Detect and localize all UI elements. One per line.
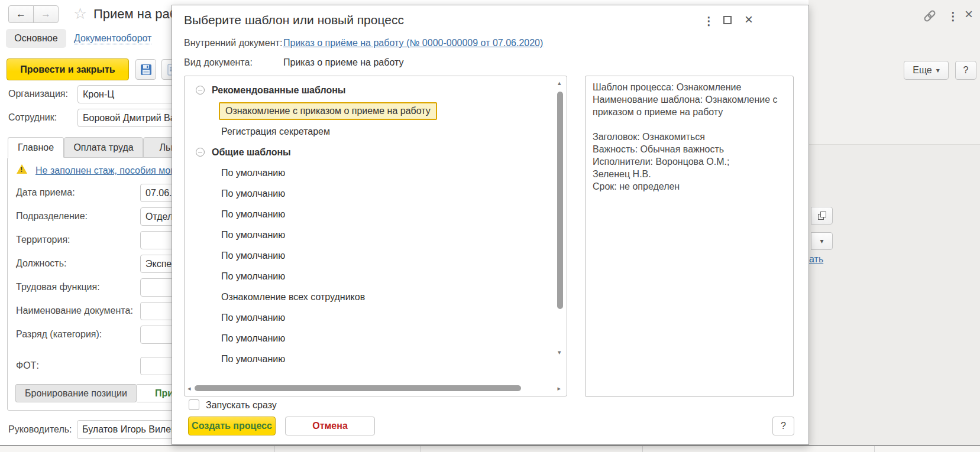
nav-tab-main[interactable]: Основное [6, 29, 66, 48]
right-content-area [808, 144, 980, 446]
doc-kind-label: Вид документа: [184, 57, 253, 68]
collapse-minus-icon[interactable] [196, 86, 205, 95]
department-label: Подразделение: [16, 211, 88, 222]
tree-item-label: По умолчанию [221, 188, 285, 199]
post-and-close-button[interactable]: Провести и закрыть [7, 58, 129, 80]
tree-item-row[interactable]: Регистрация секретарем [186, 121, 554, 142]
internal-doc-link[interactable]: Приказ о приёме на работу (№ 0000-000009… [283, 38, 543, 48]
tree-item-label: По умолчанию [221, 209, 285, 220]
tree-group-label: Общие шаблоны [212, 147, 291, 158]
scrollbar-thumb[interactable] [557, 92, 563, 309]
scrollbar-thumb[interactable] [195, 385, 521, 391]
dropdown-button[interactable]: ▾ [811, 232, 833, 250]
dialog-title: Выберите шаблон или новый процесс [184, 13, 404, 27]
tree-item-row[interactable]: По умолчанию [186, 328, 554, 349]
tree-vertical-scrollbar[interactable]: ▴ ▾ [555, 79, 565, 369]
save-icon [140, 64, 152, 76]
scroll-down-icon[interactable]: ▾ [558, 349, 561, 356]
dialog-help-button[interactable]: ? [772, 417, 794, 435]
warning-link[interactable]: Не заполнен стаж, пособия могу [35, 165, 179, 176]
window-close-button[interactable]: × [965, 7, 973, 21]
details-line: приказом о приеме на работу [593, 106, 786, 118]
nav-history: ← → [8, 5, 59, 23]
tree-item-label: По умолчанию [221, 230, 285, 240]
column-divider [420, 446, 421, 452]
form-tab-salary[interactable]: Оплата труда [64, 137, 143, 158]
grade-label: Разряд (категория): [16, 329, 102, 340]
tree-item-row[interactable]: По умолчанию [186, 245, 554, 266]
tree-item-row[interactable]: По умолчанию [186, 225, 554, 245]
nav-tab-docflow[interactable]: Документооборот [74, 33, 151, 44]
details-line: Зеленец Н.В. [593, 168, 786, 180]
column-divider [874, 446, 875, 452]
forward-icon: → [41, 8, 51, 20]
link-icon [922, 8, 937, 24]
tree-item-row[interactable]: Ознакомление всех сотрудников [186, 287, 554, 307]
tree-item-label: Ознакомление с приказом о приеме на рабо… [219, 102, 437, 120]
scroll-right-icon[interactable]: ▸ [557, 385, 561, 392]
tree-horizontal-scrollbar[interactable]: ◂ ▸ [186, 383, 562, 393]
scroll-up-icon[interactable]: ▴ [558, 80, 561, 86]
details-line: Исполнители: Воронцова О.М.; [593, 155, 786, 168]
tree-item-label: По умолчанию [221, 313, 285, 323]
hire-date-label: Дата приема: [16, 187, 75, 198]
form-help-button[interactable]: ? [955, 61, 976, 80]
tree-item-row[interactable]: По умолчанию [186, 162, 554, 183]
details-line [593, 118, 786, 131]
tree-group-label: Рекомендованные шаблоны [212, 85, 346, 96]
page-title: Прием на раб [93, 6, 177, 22]
dialog-maximize-button[interactable] [723, 16, 732, 24]
doc-kind-value: Приказ о приеме на работу [283, 57, 403, 68]
tree-item-label: По умолчанию [221, 168, 285, 178]
column-divider [642, 446, 643, 452]
collapse-minus-icon[interactable] [196, 148, 205, 157]
tree-group-row[interactable]: Общие шаблоны [186, 142, 554, 162]
tree-item-row[interactable]: По умолчанию [186, 349, 554, 369]
more-button-label: Еще [913, 65, 932, 76]
open-in-window-button[interactable] [811, 207, 833, 225]
tree-group-row[interactable]: Рекомендованные шаблоны [186, 80, 554, 100]
overlap-squares-icon [818, 212, 826, 220]
tree-item-label: По умолчанию [221, 354, 285, 365]
tree-item-label: По умолчанию [221, 271, 285, 282]
get-link-button[interactable] [921, 8, 938, 24]
details-line: Срок: не определен [593, 180, 786, 193]
tree-item-row[interactable]: По умолчанию [186, 307, 554, 328]
template-tree-panel: Рекомендованные шаблоны Ознакомление с п… [184, 76, 567, 396]
chevron-down-icon: ▾ [820, 237, 823, 245]
org-label: Организация: [8, 89, 68, 99]
doc-name-label: Наименование документа: [16, 305, 133, 316]
column-divider [274, 446, 275, 452]
tree-item-row-selected[interactable]: Ознакомление с приказом о приеме на рабо… [186, 100, 554, 121]
window-menu-button[interactable]: ⋮ [947, 11, 959, 22]
forward-button[interactable]: → [33, 5, 59, 23]
favorite-star-icon[interactable]: ☆ [73, 5, 87, 23]
tree-item-row[interactable]: По умолчанию [186, 266, 554, 287]
tree-item-row[interactable]: По умолчанию [186, 183, 554, 204]
run-immediately-checkbox[interactable] [189, 399, 199, 410]
tree-item-label: Ознакомление всех сотрудников [221, 292, 365, 303]
cancel-button[interactable]: Отмена [285, 417, 375, 435]
run-immediately-label: Запускать сразу [206, 400, 277, 411]
scroll-left-icon[interactable]: ◂ [187, 385, 191, 392]
more-button[interactable]: Еще ▾ [904, 61, 949, 80]
employee-label: Сотрудник: [8, 112, 57, 123]
details-line: Важность: Обычная важность [593, 143, 786, 155]
create-process-button[interactable]: Создать процесс [188, 417, 276, 435]
save-button[interactable] [135, 59, 156, 80]
manager-label: Руководитель: [8, 424, 72, 435]
position-booking-tab[interactable]: Бронирование позиции [15, 384, 137, 402]
chevron-down-icon: ▾ [936, 66, 940, 74]
tree-item-label: Регистрация секретарем [221, 126, 330, 137]
bottom-table-header-strip [0, 445, 980, 452]
dialog-close-button[interactable]: × [745, 12, 753, 27]
form-tab-main[interactable]: Главное [8, 137, 64, 158]
territory-label: Территория: [16, 235, 70, 245]
internal-doc-label: Внутренний документ: [184, 38, 282, 48]
tree-item-row[interactable]: По умолчанию [186, 204, 554, 225]
template-details-panel: Шаблон процесса: Ознакомление Наименован… [585, 76, 794, 397]
dialog-menu-button[interactable]: ⋮ [703, 15, 714, 27]
clipped-link-fragment[interactable]: ать [809, 254, 823, 265]
back-button[interactable]: ← [8, 5, 34, 23]
payroll-label: ФОТ: [16, 360, 39, 371]
